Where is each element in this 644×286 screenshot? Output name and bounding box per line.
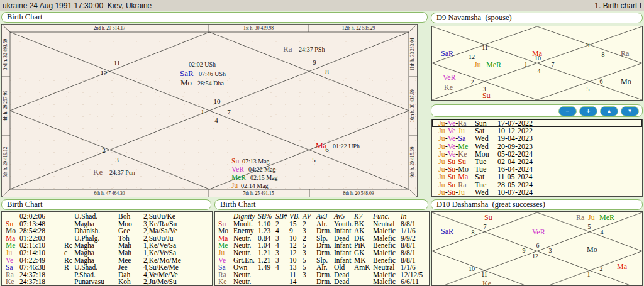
house-strength-label: 12th h. 22 535.29: [342, 25, 375, 31]
planet-label-saturn: SaR: [441, 227, 453, 236]
house-strength-label: 5th h. 29 419.12: [3, 146, 8, 177]
d9-header: D9 Navamsha (spouse): [431, 13, 643, 23]
house-number: 2: [102, 146, 106, 154]
planet-label-moon: Mo: [621, 77, 631, 86]
planet-label-ketu: Ke: [482, 279, 491, 286]
house-strength-label: 1st h. 30 439.98: [243, 25, 274, 31]
house-strength-label: 7th h. 25 491.15: [243, 190, 274, 196]
planet-label-mars: Ma: [316, 141, 327, 150]
dasha-zoom-in-button[interactable]: +: [579, 106, 597, 116]
dignity-table-header-row: DignitySB%SB#VB.AVAv3Av5K7Func.In: [215, 213, 429, 221]
house-number: 12: [532, 253, 538, 260]
planet-position-row[interactable]: Ke24:37:18PunarvasuKoh2,Ju/Me/Su: [2, 278, 212, 286]
planet-label-mercury: MeR: [599, 213, 614, 222]
planet-label-jupiter: Ju: [474, 60, 481, 69]
house-number: 8: [472, 229, 475, 236]
dignity-row[interactable]: KeNeutr.14Drm.DeadMalefic6/6/11: [215, 278, 429, 286]
planet-degree: 07:46 USh: [199, 70, 226, 77]
dasha-row[interactable]: Ju-Su-JuWed10-07-2024: [432, 189, 642, 196]
planet-label-saturn: SaR: [441, 49, 453, 58]
house-number: 5: [312, 156, 316, 163]
house-number: 9: [587, 41, 590, 48]
house-number: 6: [536, 242, 540, 249]
house-strength-label: 11th h. 33 283.04: [409, 38, 415, 71]
planet-label-venus: VeR: [231, 165, 244, 173]
chart-datetime-location: ukraine 24 Aug 1991 17:30:00 Kiev, Ukrai…: [0, 1, 152, 10]
house-number: 8: [602, 51, 605, 58]
house-number: 11: [481, 271, 487, 278]
house-number: 4: [601, 229, 604, 236]
house-number: 10: [535, 55, 541, 62]
house-number: 6: [600, 78, 603, 85]
planet-label-jupiter: Ju: [231, 182, 238, 189]
house-number: 1: [587, 271, 591, 278]
title-bar: ukraine 24 Aug 1991 17:30:00 Kiev, Ukrai…: [0, 0, 644, 11]
house-number: 5: [588, 223, 591, 230]
dasha-controls: − + ▲ ▼: [558, 106, 639, 116]
house-number: 2: [600, 265, 603, 272]
house-strength-label: 10th h. 30 437.99: [409, 89, 415, 123]
house-number: 3: [483, 85, 486, 92]
house-number: 2: [471, 79, 474, 85]
planet-position-row[interactable]: 02:02:06U.Shad.Boh2,Su/Ju/Ke: [2, 213, 212, 221]
planet-degree: 24:37 PSh: [299, 46, 325, 53]
planet-degree: 07:13 Mag: [242, 158, 270, 165]
dasha-up-button[interactable]: ▲: [600, 106, 618, 116]
house-strength-label: 6th h. 47 464.30: [94, 190, 125, 196]
house-strength-label: 9th h. 20 415.69: [409, 146, 415, 177]
planet-degree: 01:22 UPh: [333, 143, 360, 150]
planet-position-row[interactable]: Ju02:14:10cMaghaMah1,Ke/Ve/Sa: [2, 250, 212, 257]
dignity-row[interactable]: JuNeutr.1.213123Drm.InfantGKMalefic8/8/1: [215, 250, 429, 257]
dignity-row[interactable]: SaOwn1.494135Alr.OldAmKNeutral1/1/6: [215, 264, 429, 272]
house-number: 7: [484, 223, 487, 230]
planet-label-sun: Su: [482, 91, 491, 100]
planet-degree: 02:15 Mag: [250, 174, 278, 181]
main-chart-header: Birth Chart: [1, 12, 428, 23]
rasi-chart[interactable]: 2nd h. 20 514.17 1st h. 30 439.98 12th h…: [1, 24, 418, 197]
dasha-zoom-out-button[interactable]: −: [558, 106, 577, 116]
planet-label-mercury: MeR: [486, 60, 501, 69]
d10-header: D10 Dashamsha (great successes): [431, 199, 643, 210]
house-number: 10: [469, 265, 475, 272]
house-number: 7: [552, 61, 555, 68]
planet-label-rahu: Ra: [621, 49, 630, 58]
d10-chart[interactable]: Su SaR VeR Ra Ju MeR Mo Ke Ma 8 7 5 4 9 …: [431, 211, 643, 286]
positions-header: Birth Chart: [1, 199, 211, 210]
planet-label-venus: VeR: [532, 228, 545, 236]
planet-label-sun: Su: [484, 213, 492, 222]
house-number: 11: [114, 59, 121, 67]
house-number: 12: [101, 69, 108, 77]
house-number: 3: [115, 156, 119, 163]
house-number: 4: [214, 116, 218, 124]
planet-degree: 28:54 Dha: [197, 80, 225, 87]
planet-degree: 04:22 Mag: [248, 166, 276, 173]
house-number: 9: [313, 58, 316, 66]
planet-label-rahu: Ra: [283, 44, 292, 53]
house-number: 8: [325, 68, 329, 75]
house-number: 9: [523, 247, 526, 254]
planet-label-rahu: Ra: [576, 213, 585, 222]
planet-degree: 02:14 Mag: [241, 182, 269, 189]
planet-degree: 24:37 Pun: [109, 169, 135, 176]
positions-table: 02:02:06U.Shad.Boh2,Su/Ju/KeSu07:13:48Ma…: [1, 211, 213, 286]
house-strength-label: 8th h. 20 548.09: [343, 190, 374, 196]
planet-label-saturn: SaR: [180, 69, 194, 78]
dasha-down-button[interactable]: ▼: [621, 106, 639, 116]
d9-chart[interactable]: SaR Ma Ra Ju MeR VeR Ke Su Mo 12 11 9 8 …: [431, 26, 643, 101]
dignity-header: Birth Chart: [214, 199, 428, 210]
house-number: 1: [201, 108, 204, 116]
ascendant-degree: 02:02 USh: [189, 61, 216, 68]
house-strength-label: 4th h. 29 257.99: [3, 91, 8, 121]
planet-label-moon: Mo: [587, 245, 597, 254]
planet-label-jupiter: Ju: [588, 213, 595, 222]
planet-label-venus: VeR: [443, 73, 456, 82]
house-number: 5: [587, 85, 590, 92]
tab-birth-chart[interactable]: 1. Birth chart I: [594, 1, 641, 10]
house-number: 1: [525, 61, 528, 68]
planet-position-row[interactable]: Sa07:46:38RU.Shad.Jee4,Su/Ke/Me: [2, 264, 212, 272]
planet-label-mercury: MeR: [231, 173, 246, 181]
house-number: 11: [482, 44, 488, 51]
house-strength-label: 2nd h. 20 514.17: [94, 25, 126, 31]
house-number: 10: [214, 97, 221, 105]
vimshottari-header: Vimshottari − + ▲ ▼: [431, 104, 643, 117]
